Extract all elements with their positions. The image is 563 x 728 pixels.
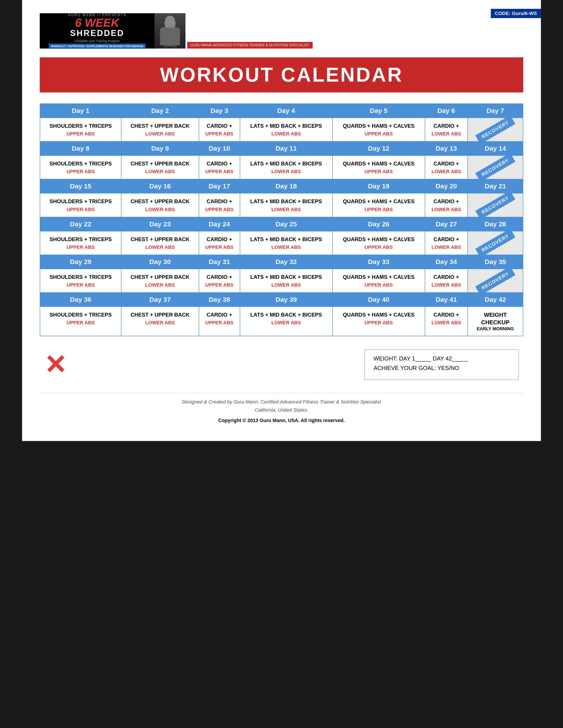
day-cell-day-33: QUARDS + HAMS + CALVESUPPER ABS: [333, 269, 425, 293]
workout-abs: LOWER ABS: [124, 131, 195, 137]
svg-rect-5: [172, 43, 177, 47]
workout-main: CARDIO +: [428, 236, 464, 243]
workout-main: CARDIO +: [202, 274, 237, 280]
workout-main: LATS + MID BACK + BICEPS: [243, 122, 329, 129]
day-cell-day-28: RECOVERY: [468, 231, 523, 255]
workout-main: LATS + MID BACK + BICEPS: [243, 274, 329, 280]
day-header-day-23: Day 23: [121, 217, 199, 231]
day-cell-day-31: CARDIO +UPPER ABS: [199, 269, 240, 293]
day-header-day-8: Day 8: [40, 141, 121, 156]
day-cell-day-6: CARDIO +LOWER ABS: [425, 118, 468, 141]
workout-main: CARDIO +: [202, 198, 237, 205]
day-header-day-1: Day 1: [40, 104, 121, 118]
day-cell-day-15: SHOULDERS + TRICEPSUPPER ABS: [40, 193, 121, 217]
day-header-day-33: Day 33: [333, 255, 425, 269]
logo-program: Complete Gym Training Program: [75, 39, 120, 43]
workout-abs: LOWER ABS: [243, 320, 329, 326]
recovery-badge: RECOVERY: [475, 115, 515, 144]
workout-abs: LOWER ABS: [428, 244, 464, 250]
workout-abs: LOWER ABS: [243, 244, 329, 250]
logo-six-week: 6 WEEK: [75, 17, 119, 28]
day-cell-day-17: CARDIO +UPPER ABS: [199, 193, 240, 217]
workout-main: SHOULDERS + TRICEPS: [43, 122, 118, 129]
goal-box: WEIGHT: DAY 1_____ DAY 42_____ ACHIEVE Y…: [364, 349, 519, 380]
day-header-day-15: Day 15: [40, 179, 121, 193]
workout-abs: LOWER ABS: [428, 169, 464, 174]
day-header-day-5: Day 5: [333, 104, 425, 118]
day-header-day-27: Day 27: [425, 217, 468, 231]
day-header-day-32: Day 32: [240, 255, 333, 269]
day-cell-day-10: CARDIO +UPPER ABS: [199, 156, 240, 179]
day-cell-day-4: LATS + MID BACK + BICEPSLOWER ABS: [240, 118, 333, 141]
workout-abs: UPPER ABS: [43, 207, 118, 212]
recovery-badge: RECOVERY: [475, 191, 515, 220]
day-header-day-40: Day 40: [333, 293, 425, 307]
workout-abs: LOWER ABS: [124, 282, 195, 288]
workout-abs: UPPER ABS: [43, 282, 118, 288]
day-cell-day-26: QUARDS + HAMS + CALVESUPPER ABS: [333, 231, 425, 255]
title-bar: WORKOUT CALENDAR: [40, 57, 523, 92]
x-mark: ✕: [44, 351, 66, 378]
workout-abs: LOWER ABS: [124, 320, 195, 326]
day-cell-day-38: CARDIO +UPPER ABS: [199, 307, 240, 336]
day-cell-day-7: RECOVERY: [468, 118, 523, 141]
day-header-day-9: Day 9: [121, 141, 199, 156]
workout-abs: LOWER ABS: [124, 244, 195, 250]
day-header-day-25: Day 25: [240, 217, 333, 231]
day-cell-day-24: CARDIO +UPPER ABS: [199, 231, 240, 255]
workout-abs: LOWER ABS: [428, 207, 464, 212]
early-morning-label: EARLY MORNING: [471, 326, 520, 331]
day-cell-day-39: LATS + MID BACK + BICEPSLOWER ABS: [240, 307, 333, 336]
workout-main: SHOULDERS + TRICEPS: [43, 311, 118, 318]
day-header-day-19: Day 19: [333, 179, 425, 193]
footer-location: California, United States.: [40, 406, 523, 414]
workout-abs: UPPER ABS: [43, 320, 118, 326]
workout-main: CARDIO +: [428, 160, 464, 167]
day-header-day-31: Day 31: [199, 255, 240, 269]
day-header-day-26: Day 26: [333, 217, 425, 231]
workout-abs: UPPER ABS: [202, 131, 237, 137]
logo-box: GURU MANN // PRESENTS 6 WEEK SHREDDED Co…: [40, 13, 154, 49]
day-header-day-38: Day 38: [199, 293, 240, 307]
day-header-day-4: Day 4: [240, 104, 333, 118]
footer-credit-text: Designed & Created by Guru Mann, Certifi…: [40, 398, 523, 406]
recovery-badge: RECOVERY: [475, 266, 515, 295]
day-header-day-29: Day 29: [40, 255, 121, 269]
day-header-day-42: Day 42: [468, 293, 523, 307]
day-cell-day-9: CHEST + UPPER BACKLOWER ABS: [121, 156, 199, 179]
workout-main: CHEST + UPPER BACK: [124, 198, 195, 205]
workout-main: CHEST + UPPER BACK: [124, 311, 195, 318]
day-header-day-22: Day 22: [40, 217, 121, 231]
workout-main: SHOULDERS + TRICEPS: [43, 274, 118, 280]
workout-main: SHOULDERS + TRICEPS: [43, 160, 118, 167]
svg-point-1: [161, 24, 179, 46]
workout-main: CHEST + UPPER BACK: [124, 274, 195, 280]
workout-main: CARDIO +: [428, 311, 464, 318]
day-header-day-11: Day 11: [240, 141, 333, 156]
checkup-label: CHECKUP: [471, 319, 520, 326]
workout-abs: UPPER ABS: [202, 207, 237, 212]
workout-abs: UPPER ABS: [43, 169, 118, 174]
day-cell-day-40: QUARDS + HAMS + CALVESUPPER ABS: [333, 307, 425, 336]
day-header-day-14: Day 14: [468, 141, 523, 156]
day-cell-day-37: CHEST + UPPER BACKLOWER ABS: [121, 307, 199, 336]
day-cell-day-32: LATS + MID BACK + BICEPSLOWER ABS: [240, 269, 333, 293]
day-header-day-6: Day 6: [425, 104, 468, 118]
day-header-day-21: Day 21: [468, 179, 523, 193]
day-header-day-2: Day 2: [121, 104, 199, 118]
day-cell-day-22: SHOULDERS + TRICEPSUPPER ABS: [40, 231, 121, 255]
day-cell-day-8: SHOULDERS + TRICEPSUPPER ABS: [40, 156, 121, 179]
workout-abs: LOWER ABS: [243, 169, 329, 174]
workout-main: QUARDS + HAMS + CALVES: [336, 160, 422, 167]
day-cell-day-25: LATS + MID BACK + BICEPSLOWER ABS: [240, 231, 333, 255]
day-cell-day-16: CHEST + UPPER BACKLOWER ABS: [121, 193, 199, 217]
day-cell-day-20: CARDIO +LOWER ABS: [425, 193, 468, 217]
workout-abs: LOWER ABS: [428, 320, 464, 326]
workout-abs: UPPER ABS: [202, 169, 237, 174]
workout-main: CARDIO +: [202, 311, 237, 318]
day-header-day-3: Day 3: [199, 104, 240, 118]
day-cell-day-42: WEIGHTCHECKUPEARLY MORNING: [468, 307, 523, 336]
page-title: WORKOUT CALENDAR: [40, 64, 523, 86]
code-badge: CODE: Guru/6-WS: [491, 9, 541, 18]
logo-designed: WORKOUT / NUTRITION / SUPPLEMENTS DESIGN…: [49, 44, 145, 49]
